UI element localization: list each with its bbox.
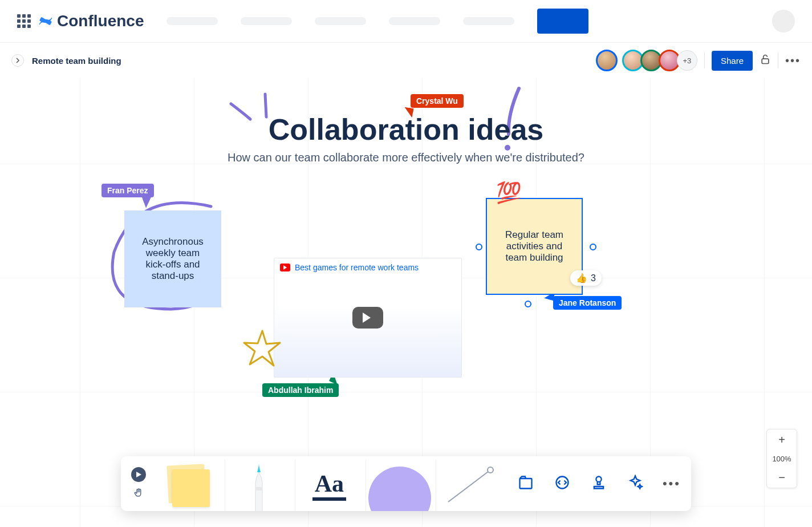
youtube-icon: [280, 264, 290, 271]
hand-tool-button[interactable]: [131, 485, 146, 500]
svg-point-4: [488, 467, 493, 473]
present-button[interactable]: [131, 467, 146, 482]
sticky-note-activities[interactable]: Regular team activities and team buildin…: [486, 198, 583, 295]
cursor-jane: Jane Rotanson: [553, 296, 622, 310]
svg-point-7: [596, 477, 601, 482]
more-collaborators[interactable]: +3: [677, 50, 697, 71]
sticky-text: Regular team activities and team buildin…: [497, 229, 571, 264]
cursor-crystal: Crystal Wu: [411, 94, 464, 108]
whiteboard-canvas[interactable]: Collaboration ideas How can our team col…: [0, 78, 812, 527]
share-button[interactable]: Share: [712, 51, 753, 71]
profile-avatar[interactable]: [772, 10, 795, 33]
svg-line-3: [448, 470, 490, 502]
nav-placeholder[interactable]: [389, 17, 440, 25]
cursor-abdullah: Abdullah Ibrahim: [262, 383, 339, 397]
board-subtitle[interactable]: How can our team collaborate more effect…: [228, 151, 584, 164]
restrictions-icon[interactable]: [760, 54, 771, 67]
cursor-fran: Fran Perez: [102, 184, 154, 197]
collaborator-avatars: +3: [596, 50, 697, 71]
selection-handle[interactable]: [476, 244, 482, 250]
sticky-note-async[interactable]: Asynchronous weekly team kick-offs and s…: [124, 210, 221, 307]
hundred-emoji[interactable]: 💯: [496, 181, 522, 205]
confluence-logo[interactable]: Confluence: [38, 12, 144, 30]
video-title: Best games for remote work teams: [295, 263, 419, 272]
page-header: Remote team building +3 Share •••: [0, 43, 812, 78]
selection-handle[interactable]: [525, 301, 531, 307]
app-name: Confluence: [57, 12, 144, 30]
divider: [704, 52, 705, 68]
owner-avatar[interactable]: [596, 50, 618, 71]
divider: [778, 52, 778, 68]
board-title[interactable]: Collaboration ideas: [228, 112, 584, 147]
app-switcher-icon[interactable]: [17, 14, 31, 28]
thumbs-up-emoji: 👍: [576, 273, 587, 283]
svg-rect-2: [255, 487, 262, 490]
svg-rect-5: [519, 479, 531, 489]
reaction-count: 3: [591, 273, 596, 283]
board-title-block: Collaboration ideas How can our team col…: [228, 112, 584, 164]
nav-placeholder[interactable]: [167, 17, 218, 25]
play-button[interactable]: [352, 307, 383, 329]
zoom-in-button[interactable]: +: [767, 429, 797, 450]
zoom-level[interactable]: 100%: [772, 450, 791, 467]
breadcrumb[interactable]: Remote team building: [32, 56, 121, 66]
nav-placeholder[interactable]: [463, 17, 514, 25]
line-tool[interactable]: [436, 460, 504, 511]
svg-rect-0: [762, 59, 769, 63]
expand-sidebar-button[interactable]: [11, 54, 24, 67]
primary-nav-button[interactable]: [537, 9, 588, 34]
sticky-note-tool[interactable]: [154, 460, 222, 511]
stamp-tool-icon[interactable]: [591, 475, 607, 493]
nav-placeholder[interactable]: [315, 17, 366, 25]
top-nav: Confluence: [0, 0, 812, 43]
video-embed[interactable]: Best games for remote work teams: [274, 258, 462, 378]
ai-tool-icon[interactable]: [627, 475, 643, 493]
text-tool[interactable]: Aa: [295, 460, 363, 511]
link-tool-icon[interactable]: [554, 475, 570, 493]
more-actions-icon[interactable]: •••: [785, 54, 801, 67]
zoom-controls: + 100% −: [766, 429, 797, 488]
confluence-icon: [38, 13, 54, 29]
shape-tool[interactable]: [366, 460, 434, 511]
whiteboard-toolbar: Aa •••: [121, 456, 691, 511]
zoom-out-button[interactable]: −: [767, 467, 797, 488]
nav-placeholder[interactable]: [241, 17, 292, 25]
pen-tool[interactable]: [225, 460, 293, 511]
more-tools-icon[interactable]: •••: [663, 476, 681, 491]
reaction-badge[interactable]: 👍 3: [570, 270, 602, 286]
section-tool-icon[interactable]: [518, 475, 534, 493]
decoration-star: [242, 329, 282, 369]
sticky-text: Asynchronous weekly team kick-offs and s…: [135, 236, 211, 282]
selection-handle[interactable]: [590, 244, 596, 250]
